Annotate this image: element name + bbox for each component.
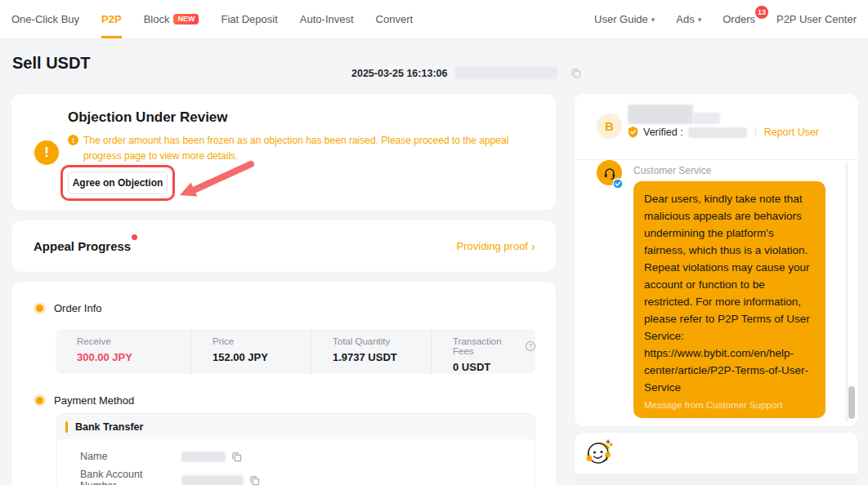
- new-badge: NEW: [173, 14, 199, 24]
- payment-value-redacted: [181, 475, 244, 485]
- p2p-user-center-link[interactable]: P2P User Center: [776, 13, 857, 25]
- payment-section-header: Payment Method: [36, 394, 134, 407]
- field-value: 0 USDT: [453, 361, 535, 373]
- nav-label: One-Click Buy: [11, 13, 79, 25]
- nav-label: P2P: [101, 13, 122, 25]
- help-icon[interactable]: ?: [526, 341, 535, 351]
- nav-label: Auto-Invest: [300, 13, 354, 25]
- appeal-title-wrap: Appeal Progress: [34, 239, 131, 254]
- scrollbar-thumb[interactable]: [848, 386, 855, 419]
- nav-item-p2p[interactable]: P2P: [101, 0, 122, 38]
- order-field-transaction-fees: Transaction Fees ? 0 USDT: [431, 329, 535, 374]
- nav-item-auto-invest[interactable]: Auto-Invest: [300, 0, 354, 38]
- annotation-arrow-icon: [173, 159, 255, 203]
- order-field-price: Price 152.00 JPY: [190, 329, 311, 374]
- order-meta: 2025-03-25 16:13:06: [351, 67, 581, 79]
- support-bot-sticker-icon[interactable]: [584, 437, 615, 468]
- nav-item-fiat-deposit[interactable]: Fiat Deposit: [221, 0, 277, 38]
- nav-item-convert[interactable]: Convert: [376, 0, 414, 38]
- order-info-section-header: Order Info: [36, 302, 102, 314]
- copy-icon[interactable]: [231, 452, 242, 462]
- nav-left: One-Click Buy P2P Block NEW Fiat Deposit…: [11, 0, 413, 38]
- order-info-title: Order Info: [54, 302, 102, 314]
- payment-field-label: Bank Account Number: [80, 469, 181, 485]
- order-number-redacted: [454, 67, 557, 79]
- seller-name-redacted: [628, 105, 693, 124]
- nav-label: Fiat Deposit: [221, 13, 277, 25]
- order-info-box: Receive 300.00 JPY Price 152.00 JPY Tota…: [56, 329, 535, 374]
- payment-field-label: Name: [80, 451, 181, 462]
- exclamation-icon: !: [68, 135, 78, 145]
- order-timestamp: 2025-03-25 16:13:06: [351, 68, 447, 79]
- seller-avatar[interactable]: B: [597, 113, 622, 139]
- objection-card: ! Objection Under Review ! The order amo…: [11, 94, 556, 211]
- order-field-total-quantity: Total Quantity 1.9737 USDT: [311, 329, 431, 374]
- chevron-right-icon: ›: [531, 241, 535, 251]
- order-field-receive: Receive 300.00 JPY: [56, 329, 190, 374]
- appeal-progress-card: Appeal Progress Providing proof ›: [11, 220, 556, 272]
- objection-title: Objection Under Review: [68, 109, 228, 126]
- payment-row-name: Name: [80, 451, 242, 462]
- scrollbar-track[interactable]: [846, 162, 848, 422]
- ads-label: Ads: [676, 13, 694, 25]
- user-guide-label: User Guide: [594, 13, 648, 25]
- message-input[interactable]: [575, 474, 858, 485]
- copy-icon[interactable]: [570, 68, 581, 78]
- chevron-down-icon: ▾: [698, 16, 702, 24]
- bullet-dot-icon: [36, 397, 43, 404]
- payment-method-name: Bank Transfer: [75, 421, 143, 433]
- verified-value-redacted: [688, 127, 747, 138]
- copy-icon[interactable]: [249, 475, 260, 485]
- chat-panel: B Verified : Report User Customer Servic…: [575, 94, 858, 426]
- orders-count-badge: 13: [755, 6, 768, 19]
- order-details-card: Order Info Receive 300.00 JPY Price 152.…: [11, 282, 556, 485]
- appeal-progress-title: Appeal Progress: [34, 239, 131, 253]
- payment-method-header: Bank Transfer: [57, 414, 535, 439]
- nav-label: Convert: [376, 13, 414, 25]
- verified-label: Verified :: [643, 127, 683, 138]
- verified-shield-icon: [627, 126, 639, 139]
- objection-warning-text: The order amount has been frozen as an o…: [83, 133, 548, 164]
- field-value: 300.00 JPY: [77, 351, 190, 363]
- orders-link[interactable]: Orders 13: [723, 13, 755, 25]
- accent-bar-icon: [65, 421, 68, 433]
- field-value: 1.9737 USDT: [333, 351, 431, 363]
- vertical-divider: [755, 127, 756, 137]
- nav-item-one-click-buy[interactable]: One-Click Buy: [11, 0, 79, 38]
- payment-value-redacted: [181, 452, 226, 462]
- nav-item-block[interactable]: Block NEW: [144, 0, 199, 38]
- field-label: Total Quantity: [333, 336, 431, 346]
- message-source-tag: Message from Customer Support: [644, 400, 815, 410]
- verified-check-icon: [612, 178, 624, 193]
- verified-row: Verified : Report User: [627, 126, 819, 139]
- customer-service-message-bubble: Dear users, kindly take note that malici…: [633, 181, 825, 418]
- ads-menu[interactable]: Ads ▾: [676, 13, 701, 25]
- field-label: Receive: [77, 336, 190, 346]
- objection-warning: ! The order amount has been frozen as an…: [68, 133, 548, 164]
- providing-proof-link[interactable]: Providing proof ›: [457, 240, 535, 252]
- user-center-label: P2P User Center: [776, 13, 857, 25]
- payment-method-title: Payment Method: [54, 394, 134, 407]
- nav-right: User Guide ▾ Ads ▾ Orders 13 P2P User Ce…: [594, 0, 857, 38]
- customer-service-name: Customer Service: [633, 165, 711, 176]
- page-title: Sell USDT: [12, 54, 91, 73]
- bullet-dot-icon: [36, 305, 43, 312]
- payment-method-box: Bank Transfer Name Bank Account Number: [56, 413, 535, 485]
- seller-name-redacted: [693, 113, 720, 124]
- message-text: Dear users, kindly take note that malici…: [644, 190, 815, 396]
- notification-dot: [132, 234, 137, 240]
- chevron-down-icon: ▾: [651, 16, 655, 24]
- agree-on-objection-button[interactable]: Agree on Objection: [68, 171, 168, 194]
- fees-label: Transaction Fees: [453, 336, 521, 356]
- field-label: Price: [213, 336, 311, 346]
- field-value: 152.00 JPY: [213, 351, 311, 363]
- p2p-order-page: One-Click Buy P2P Block NEW Fiat Deposit…: [0, 0, 868, 485]
- divider: [575, 159, 858, 160]
- field-label: Transaction Fees ?: [453, 336, 535, 356]
- user-guide-menu[interactable]: User Guide ▾: [594, 13, 655, 25]
- nav-label: Block: [144, 13, 170, 25]
- warning-exclamation-icon: !: [34, 140, 59, 165]
- orders-label: Orders: [723, 13, 755, 25]
- top-navigation: One-Click Buy P2P Block NEW Fiat Deposit…: [0, 0, 868, 39]
- report-user-link[interactable]: Report User: [764, 127, 819, 138]
